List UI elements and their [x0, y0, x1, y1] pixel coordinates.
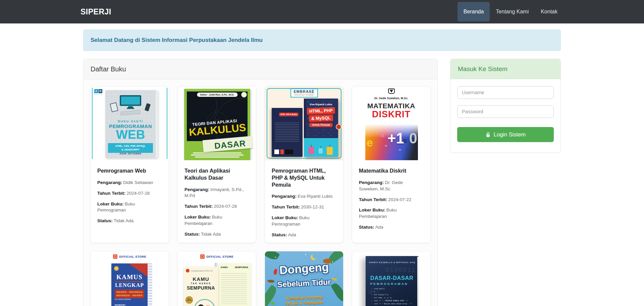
front-cover-illustration: Eva Riyanti Lubis HTML, PHP & MySQL Untu… — [304, 99, 338, 157]
best-seller-badge: BEST SELLER — [185, 296, 193, 304]
nav-item-beranda[interactable]: Beranda — [458, 2, 490, 21]
book-card-html-php-mysql: EMBRASÉ OFFICIAL STORE HTML, PHP & MySQL… — [265, 86, 343, 243]
main-nav: Beranda Tentang Kami Kontak — [458, 0, 564, 23]
book-title: Teori dan Aplikasi Kalkulus Dasar — [184, 168, 249, 182]
book-cover-dasar-dasar-pemrograman: 0100011 011 0100111 SHINTA ESABELLA & MI… — [352, 251, 430, 306]
tablet-illustration — [110, 102, 118, 112]
official-store-label: OFFICIAL STORE — [91, 254, 169, 259]
book-locker: Loker Buku:Buku Pemrograman — [272, 215, 336, 228]
book-cover-pemrograman-web: AB BUKU SAKTI PEMROGRAMAN WEB — [91, 86, 169, 160]
password-input[interactable] — [457, 105, 554, 118]
book-status: Status:Tidak Ada — [97, 218, 162, 224]
book-year: Tahun Terbit:2024-07-28 — [97, 190, 162, 197]
book-card-dongeng-sebelum-tidur: Dongeng Sebelum Tidur Kumpulan Dongeng T… — [265, 251, 343, 306]
nav-item-tentang-kami[interactable]: Tentang Kami — [490, 2, 535, 21]
spine-pattern — [148, 263, 152, 306]
keyboard-illustration — [121, 110, 141, 115]
book-grid: AB BUKU SAKTI PEMROGRAMAN WEB — [84, 79, 437, 306]
book-cover-html-php-mysql: EMBRASÉ OFFICIAL STORE HTML, PHP & MySQL… — [265, 86, 343, 160]
monitor-illustration — [120, 95, 141, 106]
navbar: SIPERJI Beranda Tentang Kami Kontak — [0, 0, 644, 23]
circle-illustration — [194, 299, 215, 306]
book-status: Status:Tidak Ada — [184, 231, 249, 238]
robots-illustration — [304, 138, 338, 157]
publisher-logo-icon: AB — [94, 89, 103, 95]
book-author: Pengarang:Dr. Gede Suweken, M.Sc — [359, 180, 424, 192]
brand-logo[interactable]: SIPERJI — [80, 7, 111, 16]
login-panel-title: Masuk Ke Sistem — [450, 59, 560, 79]
publisher-logo-icon — [241, 92, 247, 98]
front-cover-illustration: Anastasia Satriyo, M.Psi.,Psi KAMU TAK H… — [184, 267, 218, 306]
book-status: Status:Ada — [359, 224, 424, 231]
book-locker: Loker Buku:Buku Pembelajaran — [184, 214, 249, 227]
book-year: Tahun Terbit:2024-07-28 — [184, 203, 249, 210]
sticker-icon — [336, 124, 341, 130]
book-cover-kalkulus-dasar: Editor : Zulfa Razi, S.Pd., M.Si. TEORI … — [178, 86, 256, 160]
book-cover-kamu-tak-harus-sempurna: OFFICIAL STORE KAMU SEMPURNA Anastasia S… — [178, 251, 256, 306]
publisher-logo-icon — [186, 269, 190, 272]
book-card-kamu-tak-harus-sempurna: OFFICIAL STORE KAMU SEMPURNA Anastasia S… — [177, 251, 256, 306]
crest-icon — [114, 266, 119, 271]
welcome-banner: Selamat Datang di Sistem Informasi Perpu… — [83, 29, 561, 51]
book-title: Pemrograman Web — [97, 168, 162, 175]
cover-frame-line — [92, 88, 93, 159]
store-logo-icon — [200, 254, 205, 259]
math-collage-illustration: e π +1 ≡ 0 15 20 — [365, 124, 418, 160]
code-listing: 4void main()5{6int nilai['V'];7int temp,… — [370, 288, 415, 306]
publisher-shield-icon — [388, 88, 395, 94]
book-locker: Loker Buku:Buku Pembelajaran — [359, 207, 424, 220]
book-card-pemrograman-web: AB BUKU SAKTI PEMROGRAMAN WEB — [90, 86, 169, 243]
book-cover-kamus-lengkap: OFFICIAL STORE KAMUS LENGKAP INGGRIS - I… — [91, 251, 169, 306]
book-status: Status:Ada — [272, 232, 336, 238]
book-cover-dongeng-sebelum-tidur: Dongeng Sebelum Tidur Kumpulan Dongeng T… — [265, 251, 343, 306]
book-cover-matematika-diskrit: Dr. Gede Suweken, M.Sc. MATEMATIKA DISKR… — [352, 86, 430, 160]
official-store-label: OFFICIAL STORE — [178, 254, 256, 259]
editor-label: Editor : Zulfa Razi, S.Pd., M.Si. — [197, 93, 237, 97]
book-title: Matematika Diskrit — [359, 168, 424, 175]
book-card-matematika-diskrit: Dr. Gede Suweken, M.Sc. MATEMATIKA DISKR… — [352, 86, 431, 243]
phone-illustration — [145, 103, 151, 112]
store-logo-icon — [113, 254, 117, 259]
book-locker: Loker Buku:Buku Pemrograman — [97, 201, 162, 214]
book-card-kalkulus-dasar: Editor : Zulfa Razi, S.Pd., M.Si. TEORI … — [177, 86, 256, 243]
book-title: Pemrograman HTML, PHP & MySQL Untuk Pemu… — [272, 168, 336, 188]
book-year: Tahun Terbit:2024-07-22 — [359, 197, 424, 203]
moon-icon — [312, 253, 318, 259]
unlock-icon — [485, 132, 491, 137]
book-author: Pengarang:Irmayanti, S.Pd., M.Pd — [184, 187, 249, 199]
book-author: Pengarang:Eva Riyanti Lubis — [272, 193, 336, 200]
book-year: Tahun Terbit:2030-12-31 — [272, 204, 336, 210]
nav-item-kontak[interactable]: Kontak — [535, 2, 564, 21]
qr-code-icon — [274, 149, 279, 154]
back-cover-illustration: HTML, PHP & MySQL — [272, 108, 303, 157]
login-button[interactable]: Login Sistem — [457, 127, 554, 142]
book-list-panel: Daftar Buku AB — [83, 59, 438, 306]
back-cover-illustration: KAMU SEMPURNA — [217, 263, 251, 306]
book-list-title: Daftar Buku — [84, 59, 437, 79]
login-panel: Masuk Ke Sistem Login Sistem — [450, 59, 561, 153]
book-author: Pengarang:Didik Setiawan — [97, 180, 162, 186]
username-input[interactable] — [457, 86, 554, 99]
cover-frame-line — [167, 88, 167, 159]
embrase-badge: EMBRASÉ OFFICIAL STORE — [290, 88, 318, 98]
book-card-dasar-dasar-pemrograman: 0100011 011 0100111 SHINTA ESABELLA & MI… — [352, 251, 431, 306]
book-card-kamus-lengkap: OFFICIAL STORE KAMUS LENGKAP INGGRIS - I… — [90, 251, 169, 306]
